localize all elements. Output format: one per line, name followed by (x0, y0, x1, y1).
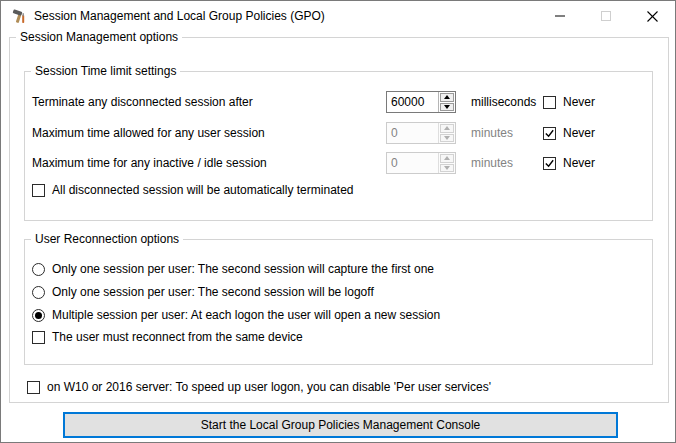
spin-up-button[interactable] (440, 154, 454, 163)
radio-label: Only one session per user: The second se… (52, 262, 434, 276)
checkbox-box (543, 96, 556, 109)
max-user-session-label: Maximum time allowed for any user sessio… (32, 126, 265, 140)
unit-label: minutes (471, 156, 513, 170)
radio-circle-icon (32, 309, 45, 322)
titlebar: Session Management and Local Group Polic… (1, 1, 675, 31)
triangle-down-icon (444, 166, 450, 170)
unit-label: milliseconds (471, 95, 536, 109)
window-title: Session Management and Local Group Polic… (34, 9, 325, 23)
maximize-button[interactable] (583, 1, 629, 31)
terminate-timeout-spinner: 60000 (386, 91, 456, 113)
window-controls (537, 1, 675, 31)
max-user-session-input[interactable]: 0 (387, 123, 438, 143)
radio-label: Only one session per user: The second se… (52, 285, 374, 299)
radio-label: Multiple session per user: At each logon… (52, 308, 440, 322)
auto-terminate-label: All disconnected session will be automat… (52, 183, 353, 197)
max-idle-session-row: Maximum time for any inactive / idle ses… (25, 152, 652, 174)
radio-circle-icon (32, 286, 45, 299)
spin-up-button[interactable] (440, 93, 454, 102)
same-device-label: The user must reconnect from the same de… (52, 330, 303, 344)
checkbox-box (32, 184, 45, 197)
close-button[interactable] (629, 1, 675, 31)
triangle-up-icon (444, 95, 450, 99)
checkbox-box (27, 381, 40, 394)
tools-hammer-icon (10, 8, 27, 25)
minimize-icon (555, 11, 565, 21)
terminate-disconnected-row: Terminate any disconnected session after… (25, 91, 652, 113)
session-time-limit-group: Session Time limit settings Terminate an… (24, 71, 653, 221)
radio-capture-first-session[interactable]: Only one session per user: The second se… (32, 262, 434, 276)
maximize-icon (601, 11, 611, 21)
never-label: Never (563, 126, 595, 140)
checkbox-box (543, 157, 556, 170)
triangle-up-icon (444, 156, 450, 160)
auto-terminate-line: All disconnected session will be automat… (25, 182, 652, 198)
checkbox-box (543, 127, 556, 140)
never-checkbox-2[interactable]: Never (543, 126, 595, 140)
checkbox-box (32, 331, 45, 344)
same-device-line: The user must reconnect from the same de… (25, 329, 652, 345)
session-management-dialog: { "window": { "title": "Session Manageme… (0, 0, 676, 443)
per-user-services-checkbox[interactable]: on W10 or 2016 server: To speed up user … (27, 380, 491, 394)
never-label: Never (563, 156, 595, 170)
spinner-buttons (438, 123, 455, 143)
spin-down-button[interactable] (440, 134, 454, 143)
reconnection-option-line: Only one session per user: The second se… (25, 261, 652, 277)
never-checkbox-1[interactable]: Never (543, 95, 595, 109)
spin-down-button[interactable] (440, 103, 454, 112)
triangle-down-icon (444, 136, 450, 140)
user-reconnection-group: User Reconnection options Only one sessi… (24, 239, 653, 365)
group-title: Session Time limit settings (31, 64, 180, 78)
radio-circle-icon (32, 263, 45, 276)
radio-logoff-second-session[interactable]: Only one session per user: The second se… (32, 285, 374, 299)
max-user-session-spinner: 0 (386, 122, 456, 144)
session-management-options-group: Session Management options Session Time … (9, 37, 669, 403)
terminate-timeout-input[interactable]: 60000 (387, 92, 438, 112)
unit-label: minutes (471, 126, 513, 140)
max-idle-session-spinner: 0 (386, 152, 456, 174)
spinner-buttons (438, 92, 455, 112)
group-title: Session Management options (16, 30, 182, 44)
triangle-up-icon (444, 126, 450, 130)
max-user-session-row: Maximum time allowed for any user sessio… (25, 122, 652, 144)
radio-multiple-sessions[interactable]: Multiple session per user: At each logon… (32, 308, 440, 322)
spinner-buttons (438, 153, 455, 173)
checkmark-icon (544, 128, 555, 139)
start-gpo-console-button[interactable]: Start the Local Group Policies Managemen… (63, 412, 618, 438)
never-label: Never (563, 95, 595, 109)
auto-terminate-checkbox[interactable]: All disconnected session will be automat… (32, 183, 353, 197)
per-user-services-line: on W10 or 2016 server: To speed up user … (20, 379, 668, 395)
terminate-disconnected-label: Terminate any disconnected session after (32, 95, 253, 109)
per-user-services-label: on W10 or 2016 server: To speed up user … (47, 380, 491, 394)
spin-down-button[interactable] (440, 164, 454, 173)
reconnection-option-line: Multiple session per user: At each logon… (25, 307, 652, 323)
minimize-button[interactable] (537, 1, 583, 31)
triangle-down-icon (444, 105, 450, 109)
max-idle-session-input[interactable]: 0 (387, 153, 438, 173)
close-icon (647, 11, 658, 22)
checkmark-icon (544, 158, 555, 169)
spin-up-button[interactable] (440, 124, 454, 133)
max-idle-session-label: Maximum time for any inactive / idle ses… (32, 156, 267, 170)
same-device-checkbox[interactable]: The user must reconnect from the same de… (32, 330, 303, 344)
reconnection-option-line: Only one session per user: The second se… (25, 284, 652, 300)
never-checkbox-3[interactable]: Never (543, 156, 595, 170)
group-title: User Reconnection options (31, 232, 183, 246)
